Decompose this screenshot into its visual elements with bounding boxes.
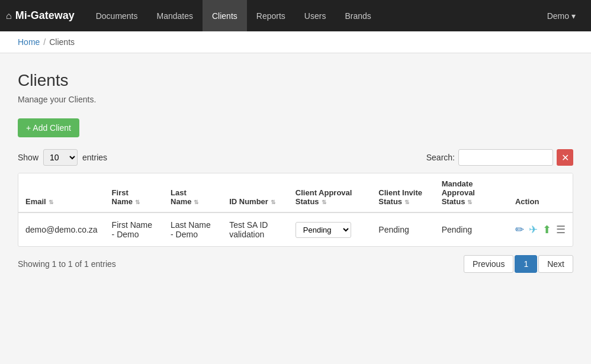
sort-icon: ⇅	[271, 199, 275, 205]
clients-table: Email⇅First Name⇅Last Name⇅ID Number⇅Cli…	[18, 173, 573, 246]
table-wrapper: Email⇅First Name⇅Last Name⇅ID Number⇅Cli…	[18, 173, 573, 247]
main-content: Clients Manage your Clients. + Add Clien…	[0, 53, 591, 364]
add-client-button[interactable]: + Add Client	[18, 118, 79, 137]
previous-button[interactable]: Previous	[464, 255, 513, 273]
action-icons: ✏✈⬆☰	[515, 223, 566, 236]
pagination-info: Showing 1 to 1 of 1 entries	[18, 259, 116, 269]
nav-item-mandates[interactable]: Mandates	[147, 0, 203, 31]
edit-icon[interactable]: ✏	[515, 223, 524, 236]
col-client-approval-status[interactable]: Client Approval Status⇅	[288, 173, 372, 212]
col-client-invite-status[interactable]: Client Invite Status⇅	[371, 173, 434, 212]
col-id-number[interactable]: ID Number⇅	[222, 173, 288, 212]
approval-status-select[interactable]: PendingApprovedRejected	[296, 222, 351, 238]
pagination-bar: Showing 1 to 1 of 1 entries Previous 1 N…	[18, 255, 573, 273]
breadcrumb-separator: /	[43, 37, 46, 47]
cell-email: demo@demo.co.za	[18, 212, 105, 246]
nav-item-users[interactable]: Users	[295, 0, 336, 31]
cell-first-name: First Name - Demo	[105, 212, 163, 246]
show-label: Show	[18, 153, 38, 162]
sort-icon: ⇅	[322, 199, 326, 205]
search-clear-button[interactable]: ✕	[557, 149, 573, 166]
table-controls: Show 102550100 entries Search: ✕	[18, 149, 573, 166]
page-1-button[interactable]: 1	[515, 255, 537, 273]
sort-icon: ⇅	[49, 199, 53, 205]
nav-item-clients[interactable]: Clients	[203, 0, 247, 31]
nav-item-reports[interactable]: Reports	[247, 0, 295, 31]
next-button[interactable]: Next	[538, 255, 573, 273]
page-title: Clients	[18, 71, 573, 90]
nav-user-label: Demo	[547, 11, 569, 21]
breadcrumb-home-link[interactable]: Home	[18, 37, 40, 47]
page-subtitle: Manage your Clients.	[18, 95, 573, 104]
breadcrumb: Home / Clients	[18, 37, 573, 47]
col-last-name[interactable]: Last Name⇅	[163, 173, 222, 212]
cell-mandate-approval-status: Pending	[435, 212, 508, 246]
nav-item-documents[interactable]: Documents	[86, 0, 147, 31]
nav-item-brands[interactable]: Brands	[335, 0, 380, 31]
nav-links: DocumentsMandatesClientsReportsUsersBran…	[86, 0, 538, 31]
search-input[interactable]	[458, 149, 553, 166]
navbar: ⌂ Mi-Gateway DocumentsMandatesClientsRep…	[0, 0, 591, 31]
nav-dropdown-icon: ▾	[571, 11, 576, 21]
entries-select[interactable]: 102550100	[43, 149, 78, 166]
send-icon[interactable]: ✈	[529, 223, 538, 236]
breadcrumb-current: Clients	[49, 37, 75, 47]
search-box: Search: ✕	[426, 149, 573, 166]
breadcrumb-bar: Home / Clients	[0, 31, 591, 53]
col-email[interactable]: Email⇅	[18, 173, 105, 212]
pagination-buttons: Previous 1 Next	[464, 255, 573, 273]
navbar-brand-label: Mi-Gateway	[15, 9, 75, 22]
list-icon[interactable]: ☰	[556, 223, 566, 236]
col-first-name[interactable]: First Name⇅	[105, 173, 163, 212]
sort-icon: ⇅	[467, 199, 472, 205]
navbar-brand[interactable]: ⌂ Mi-Gateway	[6, 9, 75, 22]
sort-icon: ⇅	[194, 199, 198, 205]
col-action: Action	[508, 173, 573, 212]
show-entries: Show 102550100 entries	[18, 149, 107, 166]
home-icon: ⌂	[6, 11, 12, 21]
nav-user-menu[interactable]: Demo ▾	[538, 11, 585, 21]
upload-icon[interactable]: ⬆	[542, 223, 551, 236]
cell-id-number: Test SA ID validation	[222, 212, 288, 246]
cell-last-name: Last Name - Demo	[163, 212, 222, 246]
cell-action: ✏✈⬆☰	[508, 212, 573, 246]
cell-client-approval-status[interactable]: PendingApprovedRejected	[288, 212, 372, 246]
search-label: Search:	[426, 153, 455, 162]
sort-icon: ⇅	[135, 199, 140, 205]
entries-label: entries	[82, 153, 107, 162]
cell-client-invite-status: Pending	[371, 212, 434, 246]
sort-icon: ⇅	[404, 199, 409, 205]
nav-right: Demo ▾	[538, 11, 585, 21]
table-row: demo@demo.co.zaFirst Name - DemoLast Nam…	[18, 212, 573, 246]
col-mandate-approval-status[interactable]: Mandate Approval Status⇅	[435, 173, 508, 212]
